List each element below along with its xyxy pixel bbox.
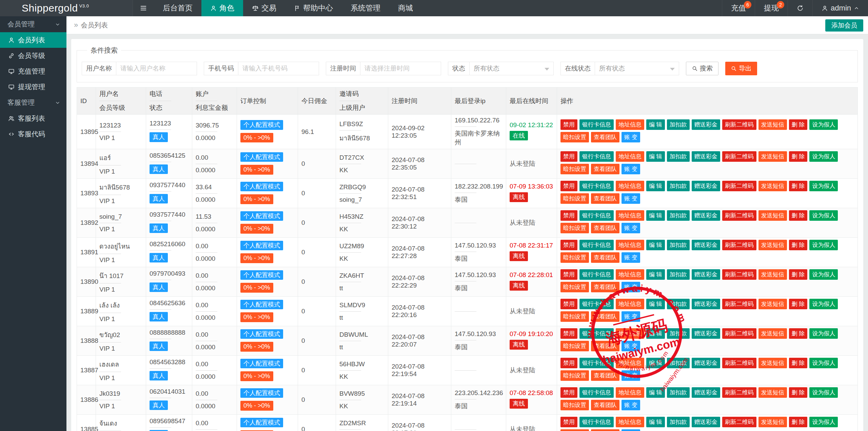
action-view-team-button[interactable]: 查看团队 [591, 252, 619, 263]
action-set-as-bot-button[interactable]: 设为假人 [809, 417, 838, 427]
action-delete-button[interactable]: 删 除 [789, 210, 808, 221]
action-refresh-qrcode-button[interactable]: 刷新二维码 [722, 119, 756, 130]
action-add-deduct-funds-button[interactable]: 加扣款 [667, 417, 690, 427]
action-bank-card-info-button[interactable]: 银行卡信息 [579, 417, 614, 427]
action-hidden-deduct-settings-button[interactable]: 暗扣设置 [560, 164, 589, 174]
action-address-info-button[interactable]: 地址信息 [616, 328, 644, 339]
sidebar-group-service-management[interactable]: 客服管理 [0, 95, 66, 111]
nav-item-help-center[interactable]: 帮助中心 [285, 0, 342, 16]
action-view-team-button[interactable]: 查看团队 [591, 341, 619, 351]
action-hidden-deduct-settings-button[interactable]: 暗扣设置 [560, 341, 589, 351]
action-add-deduct-funds-button[interactable]: 加扣款 [667, 240, 690, 250]
action-add-deduct-funds-button[interactable]: 加扣款 [667, 328, 690, 339]
action-view-team-button[interactable]: 查看团队 [591, 370, 619, 381]
action-disable-button[interactable]: 禁用 [560, 151, 577, 162]
action-gift-bonus-button[interactable]: 赠送彩金 [692, 269, 720, 280]
action-delete-button[interactable]: 删 除 [789, 181, 808, 191]
action-view-team-button[interactable]: 查看团队 [591, 193, 619, 204]
action-delete-button[interactable]: 删 除 [789, 240, 808, 250]
action-address-info-button[interactable]: 地址信息 [616, 240, 644, 250]
action-view-team-button[interactable]: 查看团队 [591, 223, 619, 233]
action-bank-card-info-button[interactable]: 银行卡信息 [579, 210, 614, 221]
user-menu[interactable]: admin [812, 0, 868, 16]
online-status-select[interactable]: 所有状态 [595, 62, 679, 75]
action-hidden-deduct-settings-button[interactable]: 暗扣设置 [560, 311, 589, 322]
action-edit-button[interactable]: 编 辑 [646, 387, 665, 398]
nav-item-dashboard[interactable]: 后台首页 [154, 0, 201, 16]
action-refresh-qrcode-button[interactable]: 刷新二维码 [722, 328, 756, 339]
action-refresh-qrcode-button[interactable]: 刷新二维码 [722, 210, 756, 221]
action-add-deduct-funds-button[interactable]: 加扣款 [667, 387, 690, 398]
add-member-button[interactable]: 添加会员 [825, 19, 863, 32]
action-hidden-deduct-settings-button[interactable]: 暗扣设置 [560, 252, 589, 263]
action-disable-button[interactable]: 禁用 [560, 387, 577, 398]
action-gift-bonus-button[interactable]: 赠送彩金 [692, 151, 720, 162]
action-account-changes-button[interactable]: 账 变 [622, 370, 640, 381]
action-send-sms-button[interactable]: 发送短信 [758, 358, 787, 368]
action-refresh-qrcode-button[interactable]: 刷新二维码 [722, 240, 756, 250]
nav-item-roles[interactable]: 角色 [201, 0, 243, 16]
action-account-changes-button[interactable]: 账 变 [622, 223, 640, 233]
action-gift-bonus-button[interactable]: 赠送彩金 [692, 417, 720, 427]
action-view-team-button[interactable]: 查看团队 [591, 429, 619, 431]
action-address-info-button[interactable]: 地址信息 [616, 119, 644, 130]
action-hidden-deduct-settings-button[interactable]: 暗扣设置 [560, 132, 589, 142]
action-view-team-button[interactable]: 查看团队 [591, 282, 619, 292]
action-disable-button[interactable]: 禁用 [560, 269, 577, 280]
topnav-withdraw[interactable]: 提现2 [755, 0, 788, 16]
phone-input[interactable] [238, 62, 319, 75]
action-add-deduct-funds-button[interactable]: 加扣款 [667, 210, 690, 221]
nav-item-mall[interactable]: 商城 [389, 0, 422, 16]
action-delete-button[interactable]: 删 除 [789, 358, 808, 368]
action-gift-bonus-button[interactable]: 赠送彩金 [692, 181, 720, 191]
status-select[interactable]: 所有状态 [470, 62, 554, 75]
action-gift-bonus-button[interactable]: 赠送彩金 [692, 387, 720, 398]
action-send-sms-button[interactable]: 发送短信 [758, 151, 787, 162]
action-bank-card-info-button[interactable]: 银行卡信息 [579, 387, 614, 398]
sidebar-item-service-code[interactable]: 客服代码 [0, 126, 66, 142]
action-edit-button[interactable]: 编 辑 [646, 181, 665, 191]
action-edit-button[interactable]: 编 辑 [646, 210, 665, 221]
nav-item-trade[interactable]: 交易 [243, 0, 285, 16]
sidebar-item-service-list[interactable]: 客服列表 [0, 111, 66, 126]
action-disable-button[interactable]: 禁用 [560, 119, 577, 130]
action-hidden-deduct-settings-button[interactable]: 暗扣设置 [560, 370, 589, 381]
action-delete-button[interactable]: 删 除 [789, 269, 808, 280]
action-account-changes-button[interactable]: 账 变 [622, 311, 640, 322]
action-send-sms-button[interactable]: 发送短信 [758, 181, 787, 191]
action-address-info-button[interactable]: 地址信息 [616, 181, 644, 191]
sidebar-item-member-level[interactable]: 会员等级 [0, 48, 66, 63]
action-account-changes-button[interactable]: 账 变 [622, 252, 640, 263]
action-refresh-qrcode-button[interactable]: 刷新二维码 [722, 299, 756, 309]
action-view-team-button[interactable]: 查看团队 [591, 132, 619, 142]
action-edit-button[interactable]: 编 辑 [646, 328, 665, 339]
action-set-as-bot-button[interactable]: 设为假人 [809, 181, 838, 191]
action-add-deduct-funds-button[interactable]: 加扣款 [667, 119, 690, 130]
action-account-changes-button[interactable]: 账 变 [622, 164, 640, 174]
action-delete-button[interactable]: 删 除 [789, 299, 808, 309]
action-edit-button[interactable]: 编 辑 [646, 358, 665, 368]
action-bank-card-info-button[interactable]: 银行卡信息 [579, 151, 614, 162]
action-refresh-qrcode-button[interactable]: 刷新二维码 [722, 358, 756, 368]
action-disable-button[interactable]: 禁用 [560, 181, 577, 191]
action-set-as-bot-button[interactable]: 设为假人 [809, 151, 838, 162]
action-bank-card-info-button[interactable]: 银行卡信息 [579, 119, 614, 130]
action-send-sms-button[interactable]: 发送短信 [758, 328, 787, 339]
reg-time-input[interactable] [360, 62, 441, 75]
action-edit-button[interactable]: 编 辑 [646, 299, 665, 309]
action-hidden-deduct-settings-button[interactable]: 暗扣设置 [560, 223, 589, 233]
action-address-info-button[interactable]: 地址信息 [616, 299, 644, 309]
action-address-info-button[interactable]: 地址信息 [616, 151, 644, 162]
action-bank-card-info-button[interactable]: 银行卡信息 [579, 181, 614, 191]
action-set-as-bot-button[interactable]: 设为假人 [809, 269, 838, 280]
action-view-team-button[interactable]: 查看团队 [591, 400, 619, 410]
action-address-info-button[interactable]: 地址信息 [616, 417, 644, 427]
sidebar-item-recharge-management[interactable]: 充值管理 [0, 63, 66, 79]
action-address-info-button[interactable]: 地址信息 [616, 210, 644, 221]
action-gift-bonus-button[interactable]: 赠送彩金 [692, 240, 720, 250]
action-refresh-qrcode-button[interactable]: 刷新二维码 [722, 417, 756, 427]
action-gift-bonus-button[interactable]: 赠送彩金 [692, 328, 720, 339]
action-hidden-deduct-settings-button[interactable]: 暗扣设置 [560, 429, 589, 431]
action-set-as-bot-button[interactable]: 设为假人 [809, 299, 838, 309]
action-set-as-bot-button[interactable]: 设为假人 [809, 210, 838, 221]
